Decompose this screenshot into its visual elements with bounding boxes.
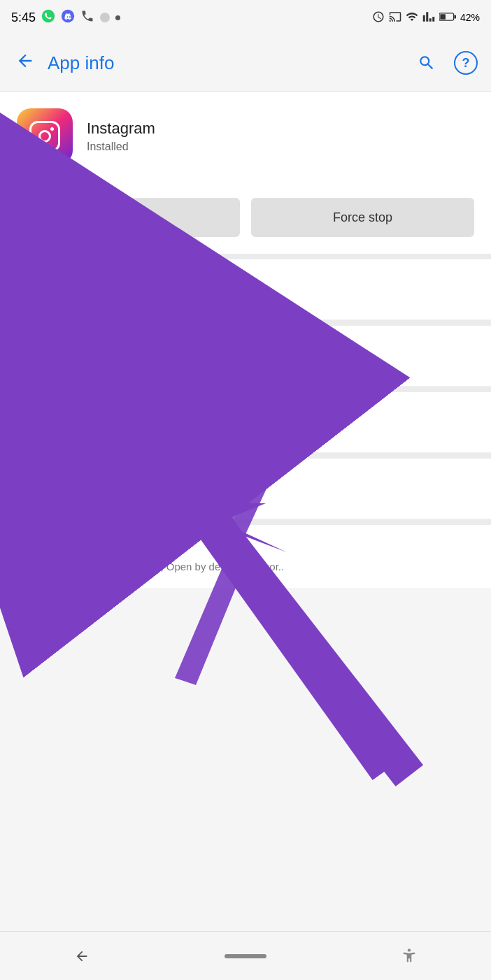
app-name: Instagram bbox=[87, 120, 155, 138]
section-divider-3 bbox=[0, 387, 491, 392]
data-usage-value: 1.14 GB used since bbox=[17, 491, 474, 503]
app-bar-right: ? bbox=[413, 49, 480, 77]
instagram-inner bbox=[38, 130, 51, 143]
force-stop-button[interactable]: Force stop bbox=[251, 198, 474, 237]
svg-rect-4 bbox=[440, 14, 446, 20]
uninstall-button[interactable]: Uninstall bbox=[17, 198, 240, 237]
status-time: 5:45 bbox=[11, 10, 36, 25]
whatsapp-icon bbox=[41, 9, 55, 26]
advanced-text: Advanced Time spent in app, Battery, Ope… bbox=[39, 540, 284, 572]
section-divider-5 bbox=[0, 519, 491, 525]
app-logo bbox=[17, 108, 73, 164]
svg-point-0 bbox=[42, 10, 55, 22]
help-button[interactable]: ? bbox=[452, 49, 480, 77]
cast-icon bbox=[389, 10, 401, 25]
notifications-value: On bbox=[17, 292, 474, 304]
nav-back-icon bbox=[74, 949, 90, 964]
storage-value: 352 MB used in internal storage bbox=[17, 425, 474, 437]
app-text-info: Instagram Installed bbox=[87, 120, 155, 153]
app-installed-status: Installed bbox=[87, 140, 155, 153]
battery-icon bbox=[439, 12, 456, 24]
svg-rect-3 bbox=[454, 15, 456, 18]
nav-back-button[interactable] bbox=[61, 942, 103, 970]
notifications-title: Notifications bbox=[17, 275, 474, 289]
search-button[interactable] bbox=[413, 49, 441, 77]
svg-point-13 bbox=[408, 949, 411, 951]
search-icon bbox=[418, 54, 436, 72]
status-right: 42% bbox=[372, 10, 480, 25]
advanced-title: Advanced bbox=[39, 540, 284, 555]
advanced-value: Time spent in app, Battery, Open by defa… bbox=[39, 561, 284, 572]
nav-accessibility-button[interactable] bbox=[388, 942, 430, 970]
battery-percent: 42% bbox=[460, 12, 480, 23]
page-title: App info bbox=[48, 52, 114, 74]
back-button[interactable] bbox=[11, 49, 39, 77]
data-usage-row[interactable]: Data usage 1.14 GB used since bbox=[0, 459, 491, 519]
chevron-down-icon: ∨ bbox=[17, 547, 28, 565]
app-bar: App info ? bbox=[0, 35, 491, 91]
discord-icon bbox=[61, 9, 75, 26]
app-bar-left: App info bbox=[11, 49, 114, 77]
status-left: 5:45 bbox=[11, 9, 120, 26]
section-divider-2 bbox=[0, 320, 491, 326]
phone-icon bbox=[80, 9, 94, 26]
status-bar: 5:45 bbox=[0, 0, 491, 35]
data-usage-title: Data usage bbox=[17, 474, 474, 489]
signal-icon bbox=[422, 10, 435, 25]
help-circle-icon: ? bbox=[454, 51, 478, 75]
instagram-dot bbox=[50, 127, 54, 131]
circle-indicator bbox=[100, 13, 110, 22]
advanced-row[interactable]: ∨ Advanced Time spent in app, Battery, O… bbox=[0, 525, 491, 588]
bottom-nav bbox=[0, 931, 491, 980]
alarm-icon bbox=[372, 10, 385, 25]
section-divider-4 bbox=[0, 453, 491, 459]
action-buttons: Uninstall Force stop bbox=[0, 181, 491, 254]
permissions-title: Permissions bbox=[17, 341, 474, 356]
wifi-icon bbox=[406, 10, 418, 25]
nav-accessibility-icon bbox=[400, 947, 418, 965]
app-info-section: Instagram Installed bbox=[0, 92, 491, 181]
notifications-row[interactable]: Notifications On bbox=[0, 259, 491, 320]
back-arrow-icon bbox=[15, 51, 35, 75]
permissions-value: Camera, Location, Microphone, and Storag… bbox=[17, 359, 474, 370]
instagram-icon bbox=[29, 121, 60, 152]
permissions-row[interactable]: Permissions Camera, Location, Microphone… bbox=[0, 326, 491, 387]
storage-row[interactable]: Storage 352 MB used in internal storage bbox=[0, 392, 491, 453]
storage-title: Storage bbox=[17, 408, 474, 422]
section-divider-1 bbox=[0, 254, 491, 259]
nav-home-button[interactable] bbox=[225, 942, 266, 970]
dot-indicator bbox=[115, 15, 120, 20]
nav-home-pill bbox=[225, 954, 266, 958]
